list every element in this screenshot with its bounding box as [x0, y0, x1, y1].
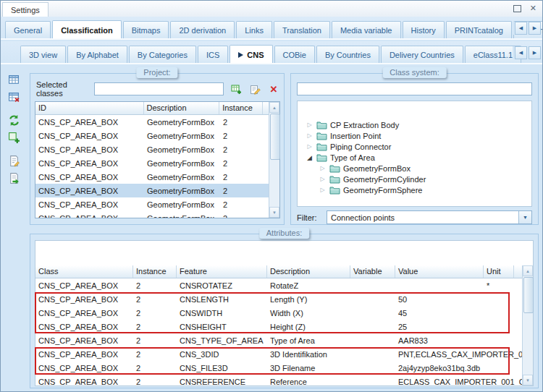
tab-bitmaps[interactable]: Bitmaps — [123, 21, 169, 38]
class-system-group: Class system: ▷CP Extraction Body▷Insert… — [290, 73, 539, 225]
expand-icon[interactable]: ▷ — [319, 187, 327, 193]
scroll-up-icon[interactable]: ▲ — [269, 102, 279, 113]
attributes-table-header: Class Instance Feature Description Varia… — [35, 265, 522, 278]
column-header-instance[interactable]: Instance — [133, 265, 177, 278]
tab-general[interactable]: General — [5, 21, 51, 38]
scrollbar-thumb[interactable] — [270, 114, 280, 160]
tree-item-type-of-area[interactable]: ◢Type of Area — [298, 152, 531, 163]
attribute-row[interactable]: CNS_CP_AREA_BOX2CNSROTATEZRotateZ* — [35, 278, 522, 292]
project-class-row[interactable]: CNS_CP_AREA_BOXGeometryFormBox2 — [35, 129, 269, 142]
filter-dropdown[interactable]: Connection points ▼ — [327, 210, 532, 224]
restore-window-icon[interactable] — [513, 5, 521, 12]
column-header-variable[interactable]: Variable — [350, 265, 395, 278]
attribute-row[interactable]: CNS_CP_AREA_BOX2CNSHEIGHTHeight (Z)25 — [35, 320, 522, 333]
tabs-scroll-right-icon[interactable]: ▶ — [529, 22, 541, 35]
document-edit-icon[interactable] — [5, 153, 22, 169]
tab-label: 3D view — [29, 51, 57, 59]
scroll-down-icon[interactable]: ▼ — [523, 375, 533, 385]
cell-value: 50 — [395, 295, 484, 304]
tab-cns[interactable]: CNS — [230, 45, 272, 64]
add-classes-icon[interactable] — [5, 129, 22, 145]
attribute-row[interactable]: CNS_CP_AREA_BOX2CNS_TYPE_OF_AREAType of … — [35, 333, 522, 347]
expand-icon[interactable]: ▷ — [319, 176, 327, 182]
subtabs-scroll-left-icon[interactable]: ◀ — [515, 46, 527, 59]
project-class-row[interactable]: CNS_CP_AREA_BOXGeometryFormBox2 — [35, 197, 269, 211]
scroll-down-icon[interactable]: ▼ — [269, 207, 279, 218]
column-header-value[interactable]: Value — [395, 265, 484, 278]
attribute-row[interactable]: CNS_CP_AREA_BOX2CNSWIDTHWidth (X)45 — [35, 306, 522, 320]
tab-by-alphabet[interactable]: By Alphabet — [67, 46, 127, 63]
scrollbar-thumb[interactable] — [523, 277, 534, 313]
project-class-row[interactable]: CNS_CP_AREA_BOXGeometryFormBox2 — [35, 156, 269, 170]
column-header-class[interactable]: Class — [35, 265, 133, 278]
tab-links[interactable]: Links — [236, 21, 272, 38]
tab-by-categories[interactable]: By Categories — [129, 46, 196, 63]
tree-item-cp-extraction-body[interactable]: ▷CP Extraction Body — [298, 119, 531, 130]
column-header-description[interactable]: Description — [144, 102, 220, 114]
tab-ics[interactable]: ICS — [198, 46, 228, 63]
project-class-row[interactable]: CNS_CP_AREA_BOXGeometryFormBox2 — [35, 115, 269, 129]
class-system-search-input[interactable] — [297, 82, 532, 95]
filter-dropdown-value: Connection points — [331, 213, 395, 222]
column-header-description[interactable]: Description — [267, 265, 350, 278]
scroll-up-icon[interactable]: ▲ — [523, 265, 533, 276]
column-header-unit[interactable]: Unit — [484, 265, 514, 278]
cell-description: Reference — [267, 378, 350, 386]
expand-icon[interactable]: ▷ — [306, 122, 313, 128]
tab-cobie[interactable]: COBie — [274, 46, 315, 63]
close-icon[interactable]: ✕ — [530, 4, 536, 12]
column-header-instance[interactable]: Instance — [219, 102, 263, 114]
attributes-table-scrollbar[interactable]: ▲ ▼ — [522, 265, 533, 385]
tree-item-insertion-point[interactable]: ▷Insertion Point — [298, 130, 531, 141]
window-title-tab[interactable]: Settings — [2, 2, 49, 17]
attribute-row[interactable]: CNS_CP_AREA_BOX2CNS_FILE3D3D Filename2aj… — [35, 361, 522, 375]
tab-delivery-countries[interactable]: Delivery Countries — [381, 46, 463, 63]
folder-icon — [329, 164, 340, 173]
project-class-row[interactable]: CNS_CP_AREA_BOXGeometryFormBox2 — [35, 170, 269, 184]
cell-description: 3D Identifikation — [267, 350, 350, 359]
tab-classification[interactable]: Classification — [52, 20, 122, 40]
cell-description: RotateZ — [267, 281, 350, 290]
tab-printcatalog[interactable]: PRINTcatalog — [446, 21, 512, 38]
project-class-row[interactable]: CNS_CP_AREA_BOXGeometryFormBox2 — [35, 211, 269, 218]
column-header-id[interactable]: ID — [35, 102, 144, 114]
tabs-scroll-left-icon[interactable]: ◀ — [515, 22, 527, 35]
selected-classes-input[interactable] — [94, 82, 224, 95]
tree-item-geometryformsphere[interactable]: ▷GeometryFormSphere — [298, 184, 531, 195]
attribute-row[interactable]: CNS_CP_AREA_BOX2CNSLENGTHLength (Y)50 — [35, 292, 522, 306]
remove-class-icon[interactable]: ✕ — [268, 83, 279, 95]
refresh-classes-icon[interactable] — [5, 112, 22, 128]
cell-instance: 2 — [133, 350, 177, 359]
column-header-feature[interactable]: Feature — [177, 265, 267, 278]
project-table-header: ID Description Instance — [35, 102, 269, 115]
tree-item-geometryformcylinder[interactable]: ▷GeometryFormCylinder — [298, 174, 531, 184]
expand-icon[interactable]: ▷ — [306, 132, 313, 139]
tab-3d-view[interactable]: 3D view — [20, 46, 66, 63]
column-header-filler — [514, 265, 522, 278]
table-import-icon[interactable] — [5, 72, 22, 88]
expand-icon[interactable]: ▷ — [319, 165, 327, 171]
document-export-icon[interactable] — [5, 170, 22, 186]
expand-icon[interactable]: ▷ — [306, 143, 313, 150]
cell-instance: 2 — [220, 118, 264, 127]
collapse-icon[interactable]: ◢ — [306, 154, 313, 161]
tab-2d-derivation[interactable]: 2D derivation — [170, 21, 235, 38]
attribute-row[interactable]: CNS_CP_AREA_BOX2CNS_3DID3D Identifikatio… — [35, 347, 522, 361]
edit-class-icon[interactable] — [249, 83, 261, 95]
cell-instance: 2 — [133, 364, 177, 372]
tab-by-countries[interactable]: By Countries — [316, 46, 379, 63]
project-class-row[interactable]: CNS_CP_AREA_BOXGeometryFormBox2 — [35, 184, 269, 197]
attribute-row[interactable]: CNS_CP_AREA_BOX2CNSREFERENCEReferenceECL… — [35, 375, 522, 385]
add-class-icon[interactable] — [230, 83, 242, 95]
project-table-scrollbar[interactable]: ▲ ▼ — [269, 102, 279, 218]
tab-media-variable[interactable]: Media variable — [332, 21, 401, 38]
tree-item-geometryformbox[interactable]: ▷GeometryFormBox — [298, 163, 531, 174]
table-remove-icon[interactable] — [5, 89, 22, 105]
tree-item-piping-connector[interactable]: ▷Piping Connector — [298, 141, 531, 152]
tab-label: CNS — [247, 51, 264, 59]
tab-history[interactable]: History — [403, 21, 445, 38]
chevron-down-icon[interactable]: ▼ — [518, 211, 531, 223]
subtabs-scroll-right-icon[interactable]: ▶ — [529, 46, 541, 59]
tab-translation[interactable]: Translation — [274, 21, 330, 38]
project-class-row[interactable]: CNS_CP_AREA_BOXGeometryFormBox2 — [35, 142, 269, 156]
